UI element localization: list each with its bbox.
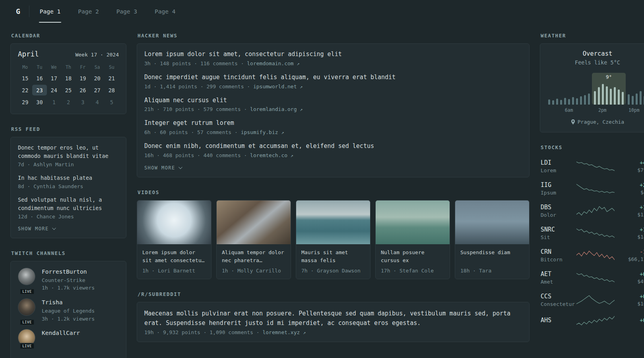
rss-item[interactable]: In hac habitasse platea 8d · Cynthia Sau…: [18, 174, 119, 189]
rss-item[interactable]: Donec tempor eros leo, ut commodo mauris…: [18, 144, 119, 167]
calendar-date[interactable]: 29: [18, 97, 32, 107]
video-card[interactable]: Suspendisse diam 18h · Tara: [455, 200, 530, 279]
stock-row[interactable]: SNRC Sit +1.36% $148.64: [540, 222, 644, 244]
calendar-date[interactable]: 15: [18, 73, 32, 84]
hackernews-item-title[interactable]: Donec imperdiet augue tincidunt felis al…: [144, 73, 522, 82]
video-title[interactable]: Suspendisse diam: [460, 249, 524, 265]
video-thumbnail[interactable]: [137, 200, 211, 244]
hackernews-item-domain-link[interactable]: ipsumify.biz ↗: [241, 129, 284, 135]
stock-row[interactable]: DBS Dolor +1.42% $156.28: [540, 200, 644, 222]
video-title[interactable]: Lorem ipsum dolor sit amet consectetu…: [142, 249, 206, 265]
rss-show-more-button[interactable]: SHOW MORE: [18, 226, 119, 232]
hackernews-item[interactable]: Donec imperdiet augue tincidunt felis al…: [144, 73, 522, 90]
calendar-date[interactable]: 20: [90, 73, 104, 84]
right-column: WEATHER Overcast Feels like 5°C 9° 6am2p…: [540, 33, 644, 358]
calendar-date[interactable]: 27: [90, 85, 104, 95]
subreddit-post[interactable]: Maecenas mollis pulvinar erat non posuer…: [144, 309, 522, 335]
calendar-date[interactable]: 3: [76, 97, 90, 107]
external-link-icon: ↗: [291, 153, 293, 158]
hackernews-item-meta: 21h · 710 points · 579 comments · loreml…: [144, 106, 522, 112]
app-logo[interactable]: G: [16, 0, 29, 23]
hackernews-item[interactable]: Lorem ipsum dolor sit amet, consectetur …: [144, 50, 522, 66]
stock-ticker[interactable]: AET: [541, 270, 576, 278]
hackernews-item-title[interactable]: Lorem ipsum dolor sit amet, consectetur …: [144, 50, 522, 59]
stock-ticker[interactable]: CRN: [541, 248, 576, 255]
calendar-date[interactable]: 23: [32, 85, 47, 95]
twitch-channel-meta: 3h · 1.2k viewers: [42, 315, 95, 323]
calendar-date[interactable]: 25: [61, 85, 76, 95]
app-header: G Page 1Page 2Page 3Page 4: [0, 0, 644, 23]
hackernews-show-more-button[interactable]: SHOW MORE: [144, 165, 522, 171]
video-card[interactable]: Mauris sit amet massa felis 7h · Grayson…: [296, 200, 370, 279]
stock-row[interactable]: CCS Consectetur +0.51% $165.84: [540, 289, 644, 311]
weather-time-label: 10pm: [628, 107, 640, 113]
stock-ticker[interactable]: DBS: [541, 204, 576, 211]
calendar-date[interactable]: 22: [18, 85, 32, 95]
stock-ticker[interactable]: CCS: [541, 293, 576, 300]
calendar-date[interactable]: 5: [105, 97, 119, 107]
subreddit-post-domain-link[interactable]: loremnet.xyz ↗: [262, 329, 306, 335]
stock-row[interactable]: AET Amet +0.92% $499.72: [540, 267, 644, 289]
stock-row[interactable]: IIG Ipsum +2.84% $42.04: [540, 177, 644, 200]
calendar-date[interactable]: 21: [105, 73, 119, 84]
twitch-channel[interactable]: LIVE Trisha League of Legends 3h · 1.2k …: [18, 298, 119, 323]
calendar-date[interactable]: 28: [105, 85, 119, 95]
tab-page-2[interactable]: Page 2: [77, 0, 99, 23]
calendar-date[interactable]: 26: [76, 85, 90, 95]
hackernews-item-title[interactable]: Aliquam nec cursus elit: [144, 96, 522, 105]
video-card[interactable]: Nullam posuere cursus ex 17h · Stefan Co…: [375, 200, 450, 279]
subreddit-post-title[interactable]: Maecenas mollis pulvinar erat non posuer…: [144, 309, 522, 328]
hackernews-item-title[interactable]: Integer eget rutrum lorem: [144, 119, 522, 128]
stock-price: $795.18: [615, 167, 644, 173]
tab-page-1[interactable]: Page 1: [39, 0, 61, 23]
stock-row[interactable]: CRN Bitcorn -1.00% $66,171.48: [540, 244, 644, 267]
calendar-date[interactable]: 16: [32, 73, 47, 84]
stock-row[interactable]: LDI Lorem +4.35% $795.18: [540, 155, 644, 177]
calendar-date[interactable]: 18: [61, 73, 76, 84]
calendar-date[interactable]: 30: [32, 97, 47, 107]
hackernews-item[interactable]: Integer eget rutrum lorem 6h · 60 points…: [144, 119, 522, 135]
tab-page-3[interactable]: Page 3: [116, 0, 138, 23]
calendar-date[interactable]: 2: [61, 97, 76, 107]
twitch-channel-name[interactable]: Trisha: [42, 298, 95, 306]
calendar-date[interactable]: 17: [47, 73, 61, 84]
rss-item-title[interactable]: In hac habitasse platea: [18, 174, 119, 182]
hackernews-item[interactable]: Donec enim nibh, condimentum et accumsan…: [144, 142, 522, 158]
avatar: [18, 268, 35, 285]
video-thumbnail[interactable]: [455, 200, 529, 244]
hackernews-item-domain-link[interactable]: loremtech.co ↗: [250, 152, 293, 158]
calendar-date[interactable]: 1: [47, 97, 61, 107]
stock-ticker[interactable]: AHS: [541, 317, 576, 324]
video-thumbnail[interactable]: [217, 200, 291, 244]
tab-page-4[interactable]: Page 4: [154, 0, 176, 23]
stock-row[interactable]: AHS +0.46%: [540, 311, 644, 330]
video-meta: 1h · Lori Barnett: [142, 268, 206, 274]
video-title[interactable]: Aliquam tempor dolor nec pharetra…: [222, 249, 285, 265]
twitch-channel[interactable]: LIVE KendallCarr: [18, 329, 119, 346]
video-thumbnail[interactable]: [296, 200, 370, 244]
video-thumbnail[interactable]: [376, 200, 450, 244]
hackernews-item-title[interactable]: Donec enim nibh, condimentum et accumsan…: [144, 142, 522, 151]
twitch-channel-name[interactable]: KendallCarr: [42, 329, 80, 337]
twitch-channel[interactable]: LIVE ForrestBurton Counter-Strike 1h · 1…: [18, 268, 119, 292]
rss-item[interactable]: Sed volutpat nulla nisl, a condimentum n…: [18, 196, 119, 220]
rss-item-title[interactable]: Sed volutpat nulla nisl, a condimentum n…: [18, 196, 119, 212]
calendar-date[interactable]: 4: [90, 97, 104, 107]
calendar-date[interactable]: 19: [76, 73, 90, 84]
hackernews-item-domain-link[interactable]: ipsumworld.net ↗: [253, 84, 303, 90]
video-title[interactable]: Mauris sit amet massa felis: [301, 249, 365, 265]
rss-item-title[interactable]: Donec tempor eros leo, ut commodo mauris…: [18, 144, 119, 160]
chevron-down-icon: [52, 226, 56, 230]
stock-ticker[interactable]: SNRC: [541, 226, 576, 233]
stock-ticker[interactable]: IIG: [541, 181, 576, 189]
calendar-date[interactable]: 24: [47, 85, 61, 95]
video-card[interactable]: Lorem ipsum dolor sit amet consectetu… 1…: [137, 200, 211, 279]
hackernews-item-domain-link[interactable]: loremdomain.com ↗: [247, 60, 299, 66]
dashboard: CALENDAR April Week 17 · 2024 MoTuWeThFr…: [0, 23, 644, 358]
hackernews-item[interactable]: Aliquam nec cursus elit 21h · 710 points…: [144, 96, 522, 113]
twitch-channel-name[interactable]: ForrestBurton: [42, 268, 95, 276]
hackernews-item-domain-link[interactable]: loremlandia.org ↗: [250, 106, 303, 112]
stock-ticker[interactable]: LDI: [541, 159, 576, 166]
video-title[interactable]: Nullam posuere cursus ex: [381, 249, 444, 265]
video-card[interactable]: Aliquam tempor dolor nec pharetra… 1h · …: [216, 200, 291, 279]
